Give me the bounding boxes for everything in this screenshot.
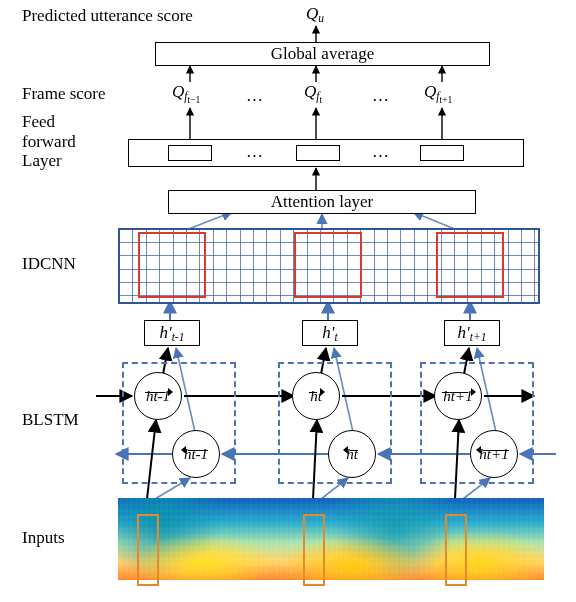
global-average-label: Global average (271, 44, 374, 64)
ff-ellipsis-2: … (372, 142, 389, 162)
attention-box: Attention layer (168, 190, 476, 214)
frame-q-mid: Qft (304, 82, 322, 105)
hb-mid: ht (328, 430, 376, 478)
idcnn-window-mid (294, 232, 362, 298)
feedforward-label: FeedforwardLayer (22, 112, 76, 171)
attention-label: Attention layer (271, 192, 373, 212)
frame-score-label: Frame score (22, 84, 106, 104)
input-window-mid (303, 514, 325, 586)
hb-right: ht+1 (470, 430, 518, 478)
frame-ellipsis-2: … (372, 86, 389, 106)
idcnn-window-right (436, 232, 504, 298)
ff-slot-left (168, 145, 212, 161)
input-window-right (445, 514, 467, 586)
diagram: { "top": { "predicted_label": "Predicted… (0, 0, 576, 602)
inputs-label: Inputs (22, 528, 65, 548)
hprime-mid: h't (302, 320, 358, 346)
ff-ellipsis-1: … (246, 142, 263, 162)
ff-slot-right (420, 145, 464, 161)
frame-ellipsis-1: … (246, 86, 263, 106)
hprime-right: h't+1 (444, 320, 500, 346)
hf-mid: ht (292, 372, 340, 420)
predicted-label: Predicted utterance score (22, 6, 193, 26)
hf-left: ht-1 (134, 372, 182, 420)
frame-q-right: Qft+1 (424, 82, 452, 105)
hprime-left: h't-1 (144, 320, 200, 346)
idcnn-label: IDCNN (22, 254, 76, 274)
frame-q-left: Qft−1 (172, 82, 200, 105)
qu-symbol: Qu (306, 4, 324, 25)
spectrogram (118, 498, 544, 580)
hf-right: ht+1 (434, 372, 482, 420)
global-average-box: Global average (155, 42, 490, 66)
idcnn-window-left (138, 232, 206, 298)
ff-slot-mid (296, 145, 340, 161)
blstm-label: BLSTM (22, 410, 79, 430)
hb-left: ht-1 (172, 430, 220, 478)
input-window-left (137, 514, 159, 586)
